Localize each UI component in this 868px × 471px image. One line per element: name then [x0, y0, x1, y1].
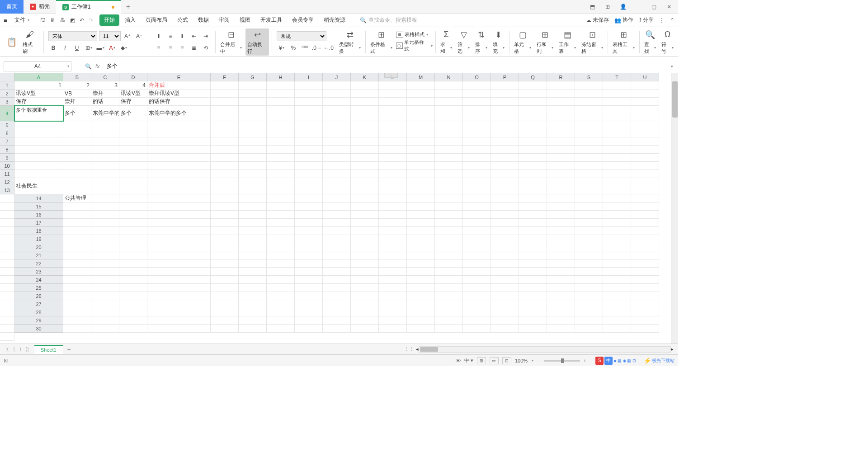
- cell[interactable]: [0, 284, 14, 292]
- cell[interactable]: 1: [14, 81, 63, 89]
- row-header[interactable]: 12: [0, 178, 14, 186]
- zoom-in-button[interactable]: +: [584, 358, 586, 363]
- col-header[interactable]: N: [435, 73, 463, 81]
- cell[interactable]: [519, 259, 547, 268]
- menu-tab-view[interactable]: 视图: [235, 14, 255, 26]
- cell[interactable]: [147, 121, 211, 129]
- cell[interactable]: [491, 227, 519, 235]
- cell[interactable]: [407, 154, 435, 162]
- cell[interactable]: [631, 243, 659, 251]
- cell[interactable]: [0, 292, 14, 300]
- ime-extras-icon[interactable]: ◆ ▦ ◆ ▦ ⊡: [613, 358, 636, 363]
- cell[interactable]: [351, 251, 379, 259]
- zoom-out-button[interactable]: −: [537, 358, 540, 363]
- cell[interactable]: [435, 292, 463, 300]
- cell[interactable]: [547, 89, 575, 98]
- cell[interactable]: [575, 219, 603, 227]
- cell[interactable]: [0, 300, 14, 308]
- cell[interactable]: [463, 219, 491, 227]
- cell[interactable]: 多个 数据重合: [14, 106, 63, 121]
- format-painter-button[interactable]: 🖌 格式刷: [21, 28, 39, 56]
- cell[interactable]: [547, 308, 575, 316]
- cell[interactable]: [631, 106, 659, 121]
- cell[interactable]: [91, 276, 119, 284]
- cell[interactable]: [491, 203, 519, 211]
- cell[interactable]: [119, 121, 147, 129]
- cell[interactable]: [267, 243, 295, 251]
- cell[interactable]: [239, 106, 267, 121]
- cell[interactable]: [603, 170, 631, 178]
- cell[interactable]: [211, 308, 239, 316]
- cell[interactable]: [603, 276, 631, 284]
- cell[interactable]: [575, 276, 603, 284]
- cell[interactable]: [463, 121, 491, 129]
- tab-home[interactable]: 首页: [0, 0, 24, 14]
- cell[interactable]: [267, 98, 295, 106]
- cell[interactable]: [435, 211, 463, 219]
- cell[interactable]: [119, 211, 147, 219]
- sort-button[interactable]: ⇅ 排序▾: [473, 28, 489, 56]
- cell[interactable]: [63, 227, 91, 235]
- cell[interactable]: [147, 235, 211, 243]
- cell[interactable]: [547, 259, 575, 268]
- menu-tab-devtools[interactable]: 开发工具: [256, 14, 287, 26]
- cell[interactable]: [379, 300, 407, 308]
- cell[interactable]: [547, 300, 575, 308]
- menu-tab-data[interactable]: 数据: [193, 14, 213, 26]
- cell[interactable]: 社会民生: [14, 178, 63, 194]
- cell[interactable]: [491, 186, 519, 194]
- cell[interactable]: [323, 81, 351, 89]
- cell[interactable]: [547, 137, 575, 146]
- cell[interactable]: [575, 284, 603, 292]
- cell[interactable]: [435, 259, 463, 268]
- row-header[interactable]: 16: [14, 211, 63, 219]
- cell[interactable]: [547, 106, 575, 121]
- cell[interactable]: [379, 243, 407, 251]
- row-header[interactable]: 4: [0, 106, 14, 121]
- row-header[interactable]: 13: [0, 186, 14, 194]
- row-header[interactable]: 8: [0, 146, 14, 154]
- cell[interactable]: [547, 316, 575, 325]
- cell[interactable]: [239, 243, 267, 251]
- find-button[interactable]: 🔍 查找▾: [642, 28, 658, 56]
- cell[interactable]: [603, 308, 631, 316]
- cell[interactable]: [14, 146, 63, 154]
- cell[interactable]: [211, 292, 239, 300]
- cell[interactable]: 崇拜讯读V型: [147, 89, 211, 98]
- sheet-tab[interactable]: Sheet1: [34, 345, 63, 354]
- cell[interactable]: [211, 170, 239, 178]
- cell[interactable]: [407, 292, 435, 300]
- cell[interactable]: [147, 276, 211, 284]
- cell[interactable]: [491, 276, 519, 284]
- avatar-icon[interactable]: 👤: [618, 2, 627, 11]
- cell[interactable]: [491, 219, 519, 227]
- cell[interactable]: [323, 219, 351, 227]
- formula-input[interactable]: [103, 61, 671, 71]
- cell[interactable]: [323, 235, 351, 243]
- cell[interactable]: [463, 259, 491, 268]
- cell[interactable]: [435, 186, 463, 194]
- col-header[interactable]: T: [603, 73, 631, 81]
- border-button[interactable]: ⊞▾: [84, 43, 94, 53]
- cell[interactable]: [267, 154, 295, 162]
- cell[interactable]: [631, 316, 659, 325]
- sheet-last-icon[interactable]: ⟩|: [26, 346, 29, 352]
- cell[interactable]: [14, 162, 63, 170]
- row-header[interactable]: 20: [14, 243, 63, 251]
- cell[interactable]: [379, 129, 407, 137]
- undo-icon[interactable]: ↶: [80, 17, 84, 24]
- sheet-next-icon[interactable]: ⟩: [19, 346, 21, 352]
- cell[interactable]: [239, 325, 267, 333]
- col-header[interactable]: K: [351, 73, 379, 81]
- cell[interactable]: [211, 235, 239, 243]
- cell[interactable]: [547, 98, 575, 106]
- row-header[interactable]: 28: [14, 308, 63, 316]
- cell[interactable]: [295, 81, 323, 89]
- cell[interactable]: [575, 81, 603, 89]
- cell[interactable]: [407, 259, 435, 268]
- cell[interactable]: [519, 235, 547, 243]
- cell[interactable]: [631, 268, 659, 276]
- cell[interactable]: [239, 203, 267, 211]
- cell[interactable]: [147, 284, 211, 292]
- cell[interactable]: [407, 178, 435, 186]
